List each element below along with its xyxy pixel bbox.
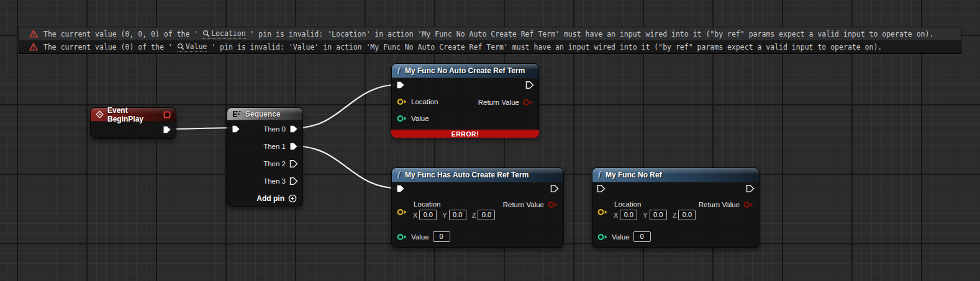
value-input[interactable]: 0 <box>633 231 651 242</box>
axis-x-label: X <box>614 212 618 219</box>
error-text-after: ' pin is invalid: 'Location' in action '… <box>246 30 934 38</box>
add-pin-icon <box>288 194 297 203</box>
then3-label: Then 3 <box>263 177 286 185</box>
warning-icon <box>29 30 38 38</box>
return-value-pin[interactable]: Return Value <box>699 201 754 208</box>
node-event-beginplay[interactable]: Event BeginPlay <box>90 107 176 139</box>
delegate-pin[interactable] <box>163 111 171 118</box>
error-text-before: The current value (0) of the ' <box>43 43 177 51</box>
wire-event-to-sequence <box>166 128 234 129</box>
exec-out-pin[interactable] <box>525 81 534 89</box>
value-pin-group[interactable]: Value 0 <box>397 231 450 242</box>
value-pin-label: Value <box>612 233 630 241</box>
z-value-input[interactable]: 0.0 <box>678 210 696 220</box>
location-pin-label: Location <box>411 98 438 105</box>
axis-y-label: Y <box>442 212 447 219</box>
node-title: Event BeginPlay <box>107 106 160 123</box>
warning-icon <box>29 43 38 51</box>
error-pin-link[interactable]: Value <box>177 42 207 51</box>
function-node-header[interactable]: ƒ My Func No Auto Create Ref Term <box>392 64 538 78</box>
error-text-after: ' pin is invalid: 'Value' in action 'My … <box>207 43 882 51</box>
sequence-node-header[interactable]: Sequence <box>227 108 302 120</box>
exec-out-pin[interactable] <box>163 125 171 134</box>
then1-label: Then 1 <box>263 143 286 150</box>
axis-z-label: Z <box>472 212 476 219</box>
location-pin-label: Location <box>414 200 495 208</box>
location-pin-group[interactable]: Location X 0.0 Y 0.0 Z 0.0 <box>597 200 696 220</box>
value-pin-label: Value <box>411 233 429 241</box>
then3-pin[interactable]: Then 3 <box>263 177 298 185</box>
location-pin[interactable]: Location <box>397 98 438 105</box>
exec-in-pin[interactable] <box>597 184 606 193</box>
exec-in-pin[interactable] <box>396 184 405 193</box>
add-pin-label: Add pin <box>256 194 284 203</box>
blueprint-graph-canvas[interactable]: The current value (0, 0, 0) of the ' Loc… <box>0 0 980 281</box>
axis-z-label: Z <box>673 212 677 219</box>
return-value-label: Return Value <box>478 99 519 106</box>
wire-then1-to-hasauto <box>292 146 402 189</box>
event-icon <box>96 110 104 118</box>
function-node-header[interactable]: ƒ My Func Has Auto Create Ref Term <box>392 168 563 182</box>
error-pin-link-label: Value <box>186 42 207 51</box>
then2-pin[interactable]: Then 2 <box>263 159 298 168</box>
then1-pin[interactable]: Then 1 <box>263 142 298 151</box>
error-pin-link-label: Location <box>211 29 245 38</box>
error-row-value[interactable]: The current value (0) of the ' Value ' p… <box>19 40 961 53</box>
value-pin-group[interactable]: Value 0 <box>597 231 651 242</box>
x-value-input[interactable]: 0.0 <box>419 210 437 220</box>
return-value-label: Return Value <box>699 201 740 208</box>
y-value-input[interactable]: 0.0 <box>449 210 466 220</box>
x-value-input[interactable]: 0.0 <box>620 210 637 220</box>
y-value-input[interactable]: 0.0 <box>650 210 667 220</box>
add-pin-button[interactable]: Add pin <box>256 194 297 203</box>
return-value-pin[interactable]: Return Value <box>478 99 533 106</box>
then0-pin[interactable]: Then 0 <box>263 125 298 133</box>
exec-in-pin[interactable] <box>396 81 405 89</box>
wire-then0-to-noauto <box>292 84 402 128</box>
node-error-banner: ERROR! <box>391 130 539 138</box>
node-title: Sequence <box>245 110 281 118</box>
compiler-error-panel: The current value (0, 0, 0) of the ' Loc… <box>19 27 961 54</box>
sequence-icon <box>232 110 242 118</box>
value-pin[interactable]: Value <box>397 115 429 122</box>
value-pin-label: Value <box>411 115 429 122</box>
error-banner-label: ERROR! <box>451 130 479 138</box>
magnifier-icon <box>202 30 210 37</box>
error-pin-link[interactable]: Location <box>202 29 245 38</box>
function-node-header[interactable]: ƒ My Func No Ref <box>592 168 759 182</box>
node-title: My Func Has Auto Create Ref Term <box>405 171 529 179</box>
location-pin-group[interactable]: Location X 0.0 Y 0.0 Z 0.0 <box>397 200 495 220</box>
error-row-location[interactable]: The current value (0, 0, 0) of the ' Loc… <box>19 27 961 40</box>
node-func-has-auto-create-ref-term[interactable]: ƒ My Func Has Auto Create Ref Term Locat… <box>391 167 564 248</box>
then2-label: Then 2 <box>263 160 286 167</box>
event-node-header[interactable]: Event BeginPlay <box>91 108 176 122</box>
error-text-before: The current value (0, 0, 0) of the ' <box>43 30 202 38</box>
z-value-input[interactable]: 0.0 <box>478 210 495 220</box>
value-input[interactable]: 0 <box>433 231 450 242</box>
exec-out-pin[interactable] <box>746 184 755 193</box>
node-title: My Func No Auto Create Ref Term <box>405 66 525 75</box>
node-title: My Func No Ref <box>606 171 662 179</box>
node-func-no-ref[interactable]: ƒ My Func No Ref Location X 0.0 Y 0.0 Z … <box>592 167 760 248</box>
node-sequence[interactable]: Sequence Then 0 Then 1 Then 2 Then 3 Add… <box>227 107 303 207</box>
function-icon: ƒ <box>397 66 401 75</box>
return-value-label: Return Value <box>503 201 544 208</box>
function-icon: ƒ <box>397 171 401 179</box>
then0-label: Then 0 <box>263 125 286 133</box>
function-icon: ƒ <box>597 171 602 179</box>
node-func-no-auto-create-ref-term[interactable]: ƒ My Func No Auto Create Ref Term Locati… <box>391 63 539 138</box>
location-pin-label: Location <box>614 200 696 208</box>
exec-out-pin[interactable] <box>550 184 559 193</box>
axis-x-label: X <box>413 212 417 219</box>
magnifier-icon <box>177 43 184 50</box>
exec-in-pin[interactable] <box>232 125 240 133</box>
return-value-pin[interactable]: Return Value <box>503 201 558 208</box>
axis-y-label: Y <box>643 212 647 219</box>
